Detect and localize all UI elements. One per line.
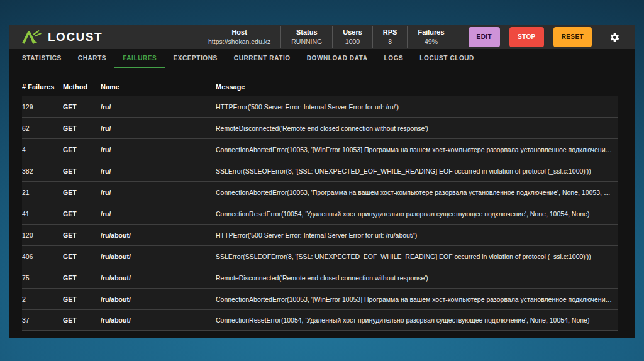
cell-name: /ru/ [101, 167, 216, 175]
tab[interactable]: LOCUST CLOUD [411, 49, 482, 68]
cell-name: /ru/ [101, 189, 216, 196]
cell-name: /ru/about/ [101, 316, 216, 324]
table-row: 41 GET /ru/ ConnectionResetError(10054, … [22, 203, 618, 224]
locust-logo-text: LOCUST [48, 30, 103, 44]
stat-value: 49% [418, 37, 444, 46]
cell-method: GET [63, 253, 101, 260]
stat-label: Host [208, 28, 270, 37]
tab[interactable]: CHARTS [70, 49, 114, 68]
table-row: 75 GET /ru/about/ RemoteDisconnected('Re… [22, 267, 618, 288]
tab[interactable]: EXCEPTIONS [165, 49, 225, 68]
app-header: LOCUST Host https://shokan.edu.kz Status… [9, 25, 635, 49]
tab-bar: STATISTICS CHARTS FAILURES EXCEPTIONS CU… [9, 49, 635, 68]
cell-message: ConnectionResetError(10054, 'Удаленный х… [216, 316, 618, 324]
locust-grasshopper-icon [20, 29, 43, 45]
tab[interactable]: LOGS [376, 49, 412, 68]
table-row: 2 GET /ru/about/ ConnectionAbortedError(… [22, 288, 618, 309]
cell-message: SSLError(SSLEOFError(8, '[SSL: UNEXPECTE… [216, 167, 618, 175]
tab-label: LOGS [384, 55, 404, 62]
cell-message: RemoteDisconnected('Remote end closed co… [216, 125, 618, 132]
failures-table-body: 129 GET /ru/ HTTPError('500 Server Error… [22, 96, 618, 331]
stat-block: Host https://shokan.edu.kz [198, 26, 280, 47]
reset-button[interactable]: RESET [553, 27, 592, 47]
cell-failures-count: 382 [22, 167, 63, 175]
cell-method: GET [63, 125, 101, 132]
table-row: 406 GET /ru/about/ SSLError(SSLEOFError(… [22, 245, 618, 267]
tab-label: EXCEPTIONS [173, 55, 217, 62]
cell-name: /ru/ [101, 125, 216, 132]
table-header-row: # Failures Method Name Message [22, 78, 618, 96]
stat-block: RPS 8 [372, 26, 408, 47]
tab[interactable]: DOWNLOAD DATA [299, 49, 376, 68]
table-row: 21 GET /ru/ ConnectionAbortedError(10053… [22, 181, 618, 203]
cell-message: ConnectionAbortedError(10053, '[WinError… [216, 146, 618, 153]
column-header-message: Message [216, 83, 618, 91]
stat-block: Users 1000 [332, 26, 372, 47]
tab-label: LOCUST CLOUD [419, 55, 474, 62]
stat-block: Failures 49% [407, 26, 454, 47]
cell-method: GET [63, 103, 101, 111]
tab-label: DOWNLOAD DATA [307, 55, 368, 62]
cell-failures-count: 120 [22, 231, 63, 239]
table-row: 37 GET /ru/about/ ConnectionResetError(1… [22, 309, 618, 331]
stat-value: RUNNING [291, 37, 322, 46]
cell-message: RemoteDisconnected('Remote end closed co… [216, 274, 618, 282]
cell-failures-count: 21 [22, 189, 63, 196]
column-header-name: Name [101, 83, 216, 91]
stat-label: Users [343, 28, 362, 37]
stat-label: Failures [418, 28, 444, 37]
stop-button[interactable]: STOP [509, 27, 544, 47]
cell-message: HTTPError('500 Server Error: Internal Se… [216, 103, 618, 111]
stat-label: RPS [383, 28, 397, 37]
cell-method: GET [63, 167, 101, 175]
stat-label: Status [291, 28, 322, 37]
cell-message: ConnectionAbortedError(10053, 'Программа… [216, 189, 618, 196]
stat-block: Status RUNNING [280, 26, 332, 47]
cell-method: GET [63, 231, 101, 239]
cell-method: GET [63, 316, 101, 324]
column-header-method: Method [63, 83, 101, 91]
cell-name: /ru/about/ [101, 253, 216, 260]
cell-name: /ru/about/ [101, 296, 216, 303]
table-row: 129 GET /ru/ HTTPError('500 Server Error… [22, 96, 618, 117]
settings-gear-icon[interactable] [609, 32, 620, 43]
cell-name: /ru/about/ [101, 231, 216, 239]
cell-message: SSLError(SSLEOFError(8, '[SSL: UNEXPECTE… [216, 253, 618, 260]
cell-method: GET [63, 296, 101, 303]
table-row: 62 GET /ru/ RemoteDisconnected('Remote e… [22, 117, 618, 138]
cell-method: GET [63, 146, 101, 153]
cell-method: GET [63, 210, 101, 218]
stat-value: https://shokan.edu.kz [208, 37, 270, 46]
cell-name: /ru/about/ [101, 274, 216, 282]
cell-failures-count: 75 [22, 274, 63, 282]
run-stats: Host https://shokan.edu.kz Status RUNNIN… [198, 26, 455, 47]
locust-logo[interactable]: LOCUST [20, 29, 103, 45]
tab[interactable]: FAILURES [114, 49, 165, 68]
stat-value: 1000 [343, 37, 362, 46]
cell-name: /ru/ [101, 210, 216, 218]
tab-label: CURRENT RATIO [234, 55, 291, 62]
cell-failures-count: 4 [22, 146, 63, 153]
cell-message: ConnectionAbortedError(10053, '[WinError… [216, 296, 618, 303]
tab[interactable]: STATISTICS [14, 49, 70, 68]
cell-message: ConnectionResetError(10054, 'Удаленный х… [216, 210, 618, 218]
cell-message: HTTPError('500 Server Error: Internal Se… [216, 231, 618, 239]
tab-label: CHARTS [78, 55, 106, 62]
cell-method: GET [63, 189, 101, 196]
slide-background: LOCUST Host https://shokan.edu.kz Status… [0, 0, 644, 361]
table-row: 4 GET /ru/ ConnectionAbortedError(10053,… [22, 138, 618, 160]
header-actions: EDIT STOP RESET [469, 27, 592, 47]
cell-failures-count: 41 [22, 210, 63, 218]
cell-failures-count: 37 [22, 316, 63, 324]
cell-name: /ru/ [101, 146, 216, 153]
tab[interactable]: CURRENT RATIO [226, 49, 299, 68]
edit-button[interactable]: EDIT [469, 27, 500, 47]
locust-app-window: LOCUST Host https://shokan.edu.kz Status… [9, 25, 635, 338]
stat-value: 8 [383, 37, 397, 46]
cell-failures-count: 2 [22, 296, 63, 303]
tab-label: STATISTICS [22, 55, 62, 62]
cell-failures-count: 406 [22, 253, 63, 260]
table-row: 120 GET /ru/about/ HTTPError('500 Server… [22, 224, 618, 245]
cell-method: GET [63, 274, 101, 282]
column-header-failures: # Failures [22, 83, 63, 91]
